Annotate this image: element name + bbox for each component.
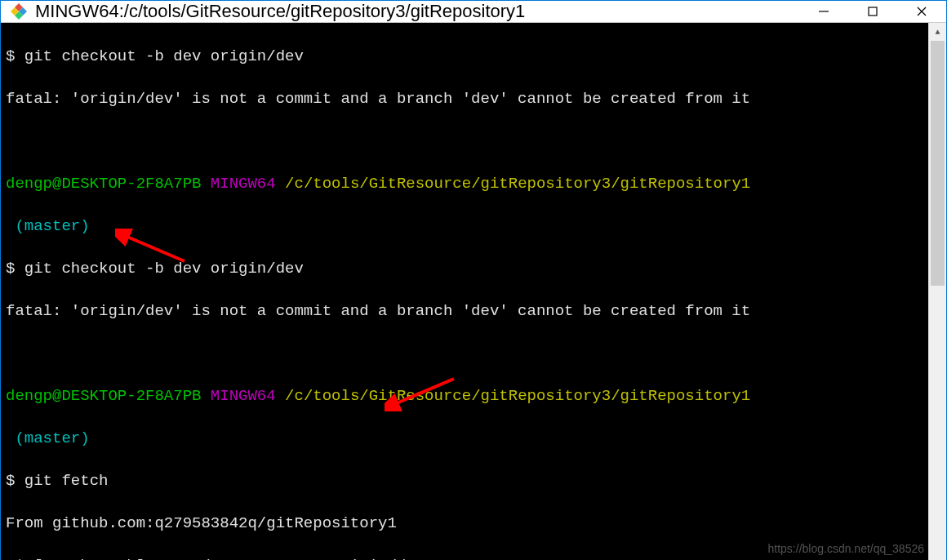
command-text: git fetch: [24, 472, 109, 490]
terminal-window: MINGW64:/c/tools/GitResource/gitReposito…: [0, 0, 947, 560]
prompt-path: /c/tools/GitResource/gitRepository3/gitR…: [285, 175, 750, 193]
output-text: * [new branch] dev -> origin/dev: [6, 555, 923, 560]
output-text: From github.com:q279583842q/gitRepositor…: [6, 513, 923, 534]
prompt-env: MINGW64: [211, 175, 276, 193]
prompt-dollar: $: [6, 260, 15, 278]
output-text: fatal: 'origin/dev' is not a commit and …: [6, 300, 923, 322]
svg-rect-6: [869, 7, 877, 16]
prompt-env: MINGW64: [211, 387, 276, 405]
terminal-area: $ git checkout -b dev origin/dev fatal: …: [1, 23, 946, 560]
command-text: git checkout -b dev origin/dev: [24, 47, 304, 65]
window-controls: [799, 1, 946, 22]
close-button[interactable]: [897, 1, 946, 22]
prompt-dollar: $: [6, 47, 15, 65]
command-text: git checkout -b dev origin/dev: [24, 260, 304, 278]
minimize-button[interactable]: [799, 1, 848, 22]
prompt-user: dengp@DESKTOP-2F8A7PB: [6, 387, 201, 405]
app-icon: [9, 2, 29, 21]
scroll-thumb[interactable]: [931, 41, 945, 286]
scroll-up-icon[interactable]: ▲: [929, 23, 946, 41]
vertical-scrollbar[interactable]: ▲ ▼: [928, 23, 946, 560]
prompt-branch: (master): [15, 429, 89, 447]
watermark-text: https://blog.csdn.net/qq_38526: [768, 542, 924, 555]
prompt-path: /c/tools/GitResource/gitRepository3/gitR…: [285, 387, 750, 405]
prompt-branch: (master): [15, 217, 89, 235]
prompt-dollar: $: [6, 472, 15, 490]
terminal-output[interactable]: $ git checkout -b dev origin/dev fatal: …: [1, 23, 928, 560]
maximize-button[interactable]: [848, 1, 897, 22]
titlebar[interactable]: MINGW64:/c/tools/GitResource/gitReposito…: [1, 1, 946, 23]
window-title: MINGW64:/c/tools/GitResource/gitReposito…: [35, 1, 799, 22]
output-text: fatal: 'origin/dev' is not a commit and …: [6, 88, 923, 109]
prompt-user: dengp@DESKTOP-2F8A7PB: [6, 175, 201, 193]
